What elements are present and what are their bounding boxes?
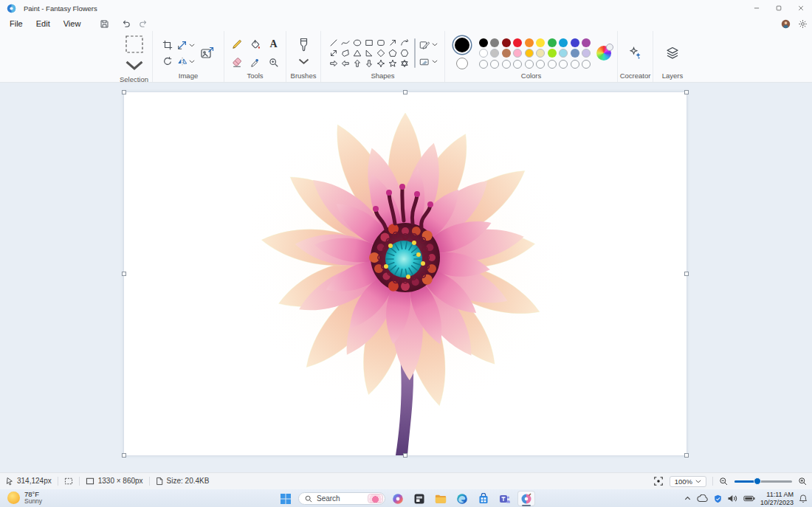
undo-button[interactable] <box>118 18 134 30</box>
shape-curve-icon[interactable] <box>340 38 351 48</box>
selection-tool-button[interactable] <box>125 35 144 75</box>
palette-swatch-3[interactable] <box>513 38 522 47</box>
taskbar-app-copilot[interactable] <box>389 491 407 506</box>
canvas-resize-handle[interactable] <box>122 453 126 458</box>
brushes-button[interactable] <box>298 38 309 69</box>
start-button[interactable] <box>277 491 295 506</box>
redo-button[interactable] <box>134 18 151 30</box>
shape-fill-button[interactable] <box>419 57 430 67</box>
text-tool-button[interactable]: A <box>269 38 279 50</box>
volume-icon[interactable] <box>727 494 738 503</box>
pencil-tool-button[interactable] <box>232 38 242 50</box>
chevron-down-icon[interactable] <box>432 60 438 63</box>
minimize-button[interactable] <box>746 0 768 16</box>
palette-swatch-empty[interactable] <box>559 60 568 69</box>
taskbar-search-box[interactable]: Search <box>298 492 385 505</box>
chevron-down-icon[interactable] <box>432 43 438 46</box>
shape-rectangle-icon[interactable] <box>364 38 375 48</box>
chevron-down-icon[interactable] <box>125 56 144 75</box>
palette-swatch-18[interactable] <box>571 49 579 58</box>
fit-to-screen-button[interactable] <box>653 476 664 486</box>
shape-rounded-rectangle-icon[interactable] <box>376 38 387 48</box>
palette-swatch-8[interactable] <box>571 38 579 47</box>
palette-swatch-empty[interactable] <box>479 60 488 69</box>
taskbar-clock[interactable]: 11:11 AM 10/27/2023 <box>760 491 794 506</box>
close-button[interactable] <box>790 0 812 16</box>
menu-edit[interactable]: Edit <box>30 18 57 30</box>
taskbar-app-teams[interactable] <box>496 491 514 506</box>
palette-swatch-1[interactable] <box>490 38 499 47</box>
shape-arrow-down-icon[interactable] <box>364 59 375 69</box>
palette-swatch-10[interactable] <box>479 49 488 58</box>
palette-swatch-17[interactable] <box>559 49 568 58</box>
palette-swatch-16[interactable] <box>548 49 557 58</box>
palette-swatch-empty[interactable] <box>513 60 522 69</box>
palette-swatch-11[interactable] <box>490 49 499 58</box>
zoom-out-button[interactable] <box>719 477 729 486</box>
fill-tool-button[interactable] <box>250 38 261 50</box>
palette-swatch-0[interactable] <box>479 38 488 47</box>
taskbar-app-file-explorer[interactable] <box>432 491 450 506</box>
shapes-scrollbar[interactable] <box>414 38 416 68</box>
shape-ellipse-icon[interactable] <box>352 38 363 48</box>
settings-gear-icon[interactable] <box>798 19 808 29</box>
canvas-resize-handle[interactable] <box>684 272 689 276</box>
shape-five-point-star-icon[interactable] <box>388 59 399 69</box>
battery-icon[interactable] <box>743 495 755 502</box>
palette-swatch-empty[interactable] <box>502 60 511 69</box>
zoom-slider-thumb[interactable] <box>754 477 761 485</box>
menu-view[interactable]: View <box>57 18 88 30</box>
drawing-canvas[interactable] <box>124 92 687 455</box>
palette-swatch-empty[interactable] <box>525 60 534 69</box>
flip-button[interactable] <box>177 56 187 66</box>
palette-swatch-empty[interactable] <box>536 60 545 69</box>
shape-diamond-icon[interactable] <box>376 49 387 58</box>
palette-swatch-2[interactable] <box>502 38 511 47</box>
edit-colors-wheel-button[interactable] <box>596 46 611 61</box>
canvas-resize-handle[interactable] <box>403 90 407 94</box>
magnifier-tool-button[interactable] <box>269 58 279 68</box>
color2-swatch[interactable] <box>456 58 468 69</box>
taskbar-app-paint[interactable] <box>517 491 535 506</box>
palette-swatch-empty[interactable] <box>548 60 557 69</box>
shape-line-icon[interactable] <box>328 38 340 48</box>
shape-triangle-icon[interactable] <box>352 49 363 58</box>
canvas-resize-handle[interactable] <box>122 272 126 276</box>
security-shield-icon[interactable] <box>714 494 722 503</box>
shape-polygon-icon[interactable] <box>340 49 351 58</box>
shape-two-headed-arrow-icon[interactable] <box>328 49 340 58</box>
palette-swatch-5[interactable] <box>536 38 545 47</box>
shape-curved-arrow-icon[interactable] <box>399 38 410 48</box>
layers-button[interactable] <box>665 46 680 61</box>
palette-swatch-empty[interactable] <box>571 60 579 69</box>
color1-swatch[interactable] <box>455 38 469 52</box>
taskbar-app-widgets[interactable] <box>410 491 428 506</box>
canvas-resize-handle[interactable] <box>684 90 689 94</box>
hidden-icons-chevron[interactable] <box>684 494 692 503</box>
zoom-slider[interactable] <box>734 477 792 486</box>
palette-swatch-4[interactable] <box>525 38 534 47</box>
palette-swatch-empty[interactable] <box>490 60 499 69</box>
shape-hexagon-icon[interactable] <box>399 49 410 58</box>
ai-image-creator-button[interactable] <box>200 46 215 61</box>
zoom-in-button[interactable] <box>798 477 808 486</box>
palette-swatch-19[interactable] <box>582 49 591 58</box>
palette-swatch-15[interactable] <box>536 49 545 58</box>
chevron-down-icon[interactable] <box>298 55 309 69</box>
palette-swatch-13[interactable] <box>513 49 522 58</box>
rotate-button[interactable] <box>162 56 173 66</box>
shape-arrow-icon[interactable] <box>388 38 399 48</box>
menu-file[interactable]: File <box>3 18 30 30</box>
palette-swatch-empty[interactable] <box>582 60 591 69</box>
onedrive-cloud-icon[interactable] <box>697 494 709 503</box>
palette-swatch-9[interactable] <box>582 38 591 47</box>
canvas-resize-handle[interactable] <box>403 453 407 458</box>
notifications-bell-icon[interactable] <box>799 494 808 503</box>
eraser-tool-button[interactable] <box>232 58 242 68</box>
save-button[interactable] <box>96 18 112 30</box>
resize-button[interactable] <box>177 40 187 50</box>
shape-arrow-right-icon[interactable] <box>328 59 340 69</box>
shape-arrow-left-icon[interactable] <box>340 59 351 69</box>
palette-swatch-7[interactable] <box>559 38 568 47</box>
cocreator-button[interactable] <box>628 46 643 61</box>
